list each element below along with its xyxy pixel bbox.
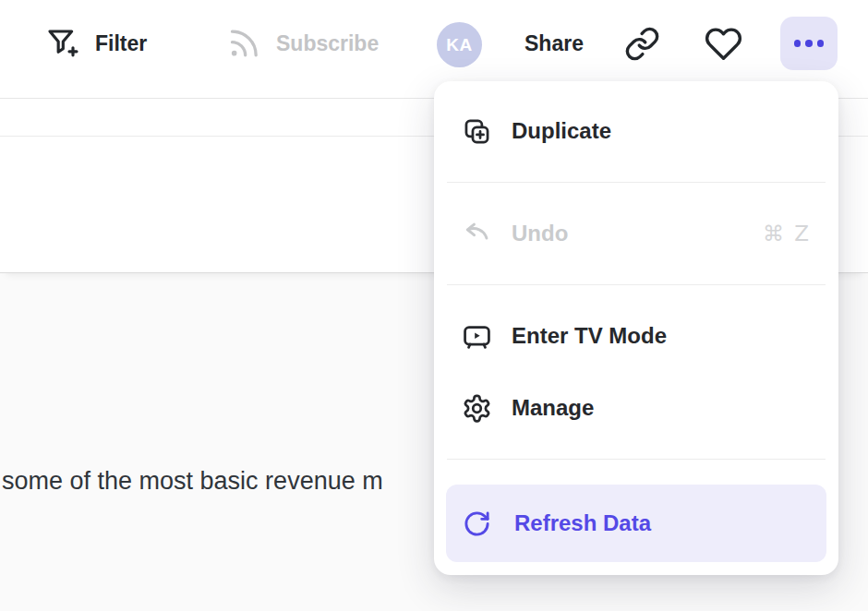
share-label: Share xyxy=(524,31,584,56)
menu-item-undo[interactable]: Undo ⌘ Z xyxy=(434,208,838,259)
filter-label: Filter xyxy=(95,31,147,56)
menu-item-manage[interactable]: Manage xyxy=(434,382,838,434)
tv-mode-icon xyxy=(462,321,492,352)
menu-item-refresh-data[interactable]: Refresh Data xyxy=(446,485,826,562)
filter-plus-icon xyxy=(44,25,81,62)
avatar-initials: KA xyxy=(446,35,472,55)
menu-item-label: Duplicate xyxy=(512,118,611,144)
subscribe-button[interactable]: Subscribe xyxy=(225,19,379,67)
menu-divider xyxy=(447,284,826,285)
subscribe-label: Subscribe xyxy=(276,31,379,56)
copy-link-button[interactable] xyxy=(624,19,660,67)
gear-icon xyxy=(462,393,492,424)
refresh-icon xyxy=(462,509,492,538)
menu-item-label: Enter TV Mode xyxy=(512,323,667,349)
filter-button[interactable]: Filter xyxy=(44,19,147,67)
duplicate-icon xyxy=(462,116,492,147)
menu-divider xyxy=(447,182,826,183)
avatar[interactable]: KA xyxy=(437,22,482,67)
favorite-button[interactable] xyxy=(705,19,742,67)
menu-item-enter-tv-mode[interactable]: Enter TV Mode xyxy=(434,310,838,362)
share-button[interactable]: Share xyxy=(524,19,584,67)
more-options-button[interactable] xyxy=(780,17,838,70)
undo-shortcut: ⌘ Z xyxy=(763,222,811,246)
undo-icon xyxy=(462,219,492,249)
heart-icon xyxy=(705,25,742,63)
menu-divider xyxy=(447,459,826,460)
rss-icon xyxy=(225,25,262,62)
app-window: some of the most basic revenue m Filter … xyxy=(0,0,868,611)
more-options-menu: Duplicate Undo ⌘ Z Enter TV M xyxy=(434,81,838,575)
ellipsis-icon xyxy=(794,40,802,47)
menu-item-label: Undo xyxy=(512,221,568,246)
menu-item-label: Refresh Data xyxy=(514,510,651,536)
menu-item-label: Manage xyxy=(512,395,594,421)
menu-item-duplicate[interactable]: Duplicate xyxy=(434,105,838,157)
link-icon xyxy=(624,26,660,62)
